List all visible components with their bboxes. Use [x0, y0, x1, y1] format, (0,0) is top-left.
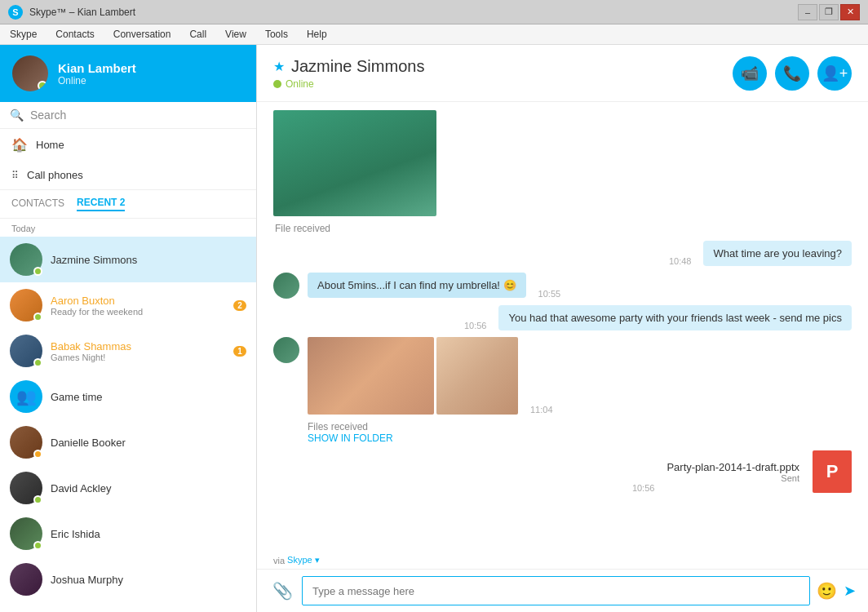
send-button[interactable]: ➤ [844, 582, 856, 600]
via-skype-bar: via Skype ▾ [257, 552, 868, 569]
unread-badge: 2 [233, 300, 246, 311]
contact-item[interactable]: Danielle Booker [0, 419, 256, 465]
avatar [10, 289, 42, 322]
call-phones-icon: ⠿ [11, 170, 19, 181]
online-status-indicator [33, 267, 42, 276]
user-name: Kian Lambert [58, 61, 136, 75]
message-row: 11:04 [273, 337, 852, 415]
avatar [10, 243, 42, 276]
online-status-indicator [38, 81, 47, 91]
contact-name: Aaron Buxton [51, 295, 225, 307]
contact-item[interactable]: Eric Ishida [0, 511, 256, 557]
contact-name: David Ackley [51, 482, 246, 494]
contact-name: Joshua Murphy [51, 574, 246, 586]
contact-status: Games Night! [51, 353, 225, 362]
online-status-indicator [33, 313, 42, 322]
menu-conversation[interactable]: Conversation [110, 27, 175, 42]
contact-info: Game time [51, 391, 246, 403]
add-person-icon: 👤+ [822, 64, 848, 82]
via-label: via [273, 556, 285, 565]
contact-info: Aaron Buxton Ready for the weekend [51, 295, 225, 317]
user-profile: Kian Lambert Online [0, 45, 256, 102]
message-row: 10:48 What time are you leaving? [273, 241, 852, 266]
contact-info: Joshua Murphy [51, 574, 246, 586]
messages-area[interactable]: File received 10:48 What time are you le… [257, 102, 868, 552]
message-bubble: About 5mins...if I can find my umbrella!… [308, 273, 526, 298]
contact-item[interactable]: Babak Shammas Games Night! 1 [0, 328, 256, 374]
online-status-indicator [33, 358, 42, 367]
minimize-button[interactable]: – [798, 4, 817, 20]
app-container: Kian Lambert Online 🔍 Search 🏠 Home ⠿ Ca… [0, 45, 868, 612]
video-call-button[interactable]: 📹 [733, 56, 767, 91]
contact-name: Danielle Booker [51, 437, 246, 449]
avatar [10, 426, 42, 459]
message-time: 11:04 [530, 405, 553, 415]
menu-call[interactable]: Call [186, 27, 210, 42]
message-time: 10:56 [464, 321, 487, 330]
search-bar[interactable]: 🔍 Search [0, 102, 256, 129]
titlebar: S Skype™ – Kian Lambert – ❐ ✕ [0, 0, 868, 24]
contact-name: Jazmine Simmons [51, 254, 246, 266]
nav-call-phones-label: Call phones [27, 169, 83, 181]
avatar [273, 273, 299, 299]
online-dot-icon [273, 80, 281, 88]
window-title: Skype™ – Kian Lambert [29, 7, 135, 18]
close-button[interactable]: ✕ [840, 4, 860, 20]
chevron-down-icon: ▾ [315, 555, 320, 565]
unread-badge: 1 [233, 346, 246, 357]
section-today: Today [0, 219, 256, 237]
avatar: 👥 [10, 380, 42, 413]
tab-recent[interactable]: RECENT 2 [77, 197, 125, 211]
contact-item[interactable]: 👥 Game time [0, 374, 256, 419]
contact-status: Ready for the weekend [51, 307, 225, 317]
restore-button[interactable]: ❐ [819, 4, 839, 20]
menu-contacts[interactable]: Contacts [52, 27, 97, 42]
message-bubble: What time are you leaving? [703, 241, 852, 266]
menubar: Skype Contacts Conversation Call View To… [0, 24, 868, 45]
emoji-button[interactable]: 🙂 [817, 581, 837, 601]
skype-link[interactable]: Skype ▾ [287, 555, 320, 565]
attach-button[interactable]: 📎 [269, 578, 295, 604]
audio-call-button[interactable]: 📞 [775, 56, 809, 91]
filename: Party-plan-2014-1-draft.pptx [666, 461, 799, 473]
message-row [273, 110, 852, 216]
contacts-tabs: CONTACTS RECENT 2 [0, 190, 256, 219]
contact-info: Eric Ishida [51, 528, 246, 540]
contact-item[interactable]: Aaron Buxton Ready for the weekend 2 [0, 282, 256, 328]
received-photo-group [308, 337, 518, 415]
contact-info: David Ackley [51, 482, 246, 494]
contact-list: Today Jazmine Simmons Aaron Buxton Ready… [0, 219, 256, 612]
menu-tools[interactable]: Tools [262, 27, 291, 42]
menu-help[interactable]: Help [303, 27, 330, 42]
message-time: 10:48 [669, 256, 692, 266]
search-label: Search [30, 109, 66, 122]
contact-name: Eric Ishida [51, 528, 246, 540]
message-time: 10:55 [538, 289, 561, 299]
pptx-file-icon: P [813, 450, 852, 493]
contact-item[interactable]: David Ackley [0, 465, 256, 511]
message-bubble: You had that awesome party with your fri… [498, 305, 852, 330]
photo-item [436, 337, 518, 415]
contact-info: Jazmine Simmons [51, 254, 246, 266]
chat-header-left: ★ Jazmine Simmons Online [273, 57, 424, 90]
message-row: About 5mins...if I can find my umbrella!… [273, 273, 852, 299]
menu-skype[interactable]: Skype [7, 27, 40, 42]
nav-call-phones[interactable]: ⠿ Call phones [0, 161, 256, 189]
add-contact-button[interactable]: 👤+ [817, 56, 852, 91]
nav-home[interactable]: 🏠 Home [0, 129, 256, 161]
avatar [10, 563, 42, 596]
search-icon: 🔍 [10, 109, 24, 122]
tab-contacts[interactable]: CONTACTS [11, 197, 64, 211]
message-row: 10:56 Party-plan-2014-1-draft.pptx Sent … [273, 450, 852, 493]
contact-item[interactable]: Joshua Murphy [0, 557, 256, 602]
contact-item[interactable]: Jazmine Simmons [0, 237, 256, 282]
files-received-label: Files received [308, 421, 852, 432]
contact-info: Babak Shammas Games Night! [51, 340, 225, 362]
user-info: Kian Lambert Online [58, 61, 136, 86]
favorite-star-icon[interactable]: ★ [273, 59, 285, 74]
avatar [273, 337, 299, 363]
menu-view[interactable]: View [222, 27, 250, 42]
show-in-folder-link[interactable]: SHOW IN FOLDER [308, 432, 852, 444]
nav-items: 🏠 Home ⠿ Call phones [0, 129, 256, 190]
message-input[interactable] [302, 576, 810, 605]
